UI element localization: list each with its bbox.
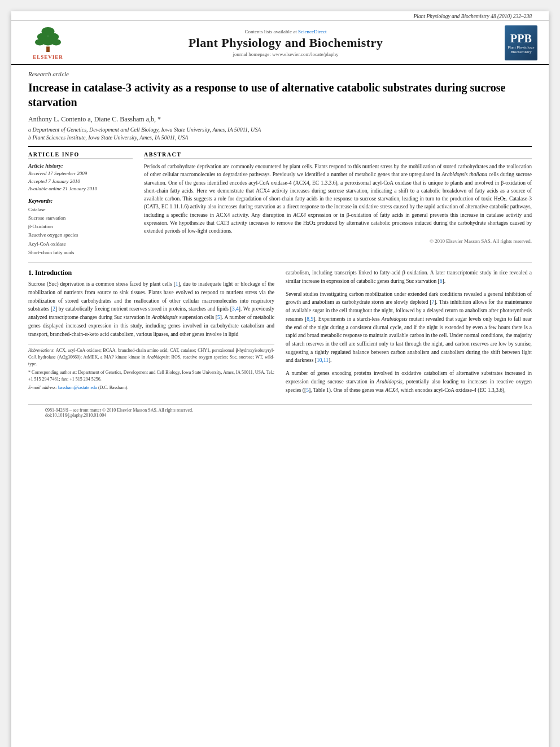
intro-section: 1. Introduction Sucrose (Suc) deprivatio… (28, 269, 532, 399)
corresponding-footnote: * Corresponding author at: Department of… (28, 369, 274, 383)
article-type: Research article (28, 71, 532, 77)
abstract-column: ABSTRACT Periods of carbohydrate depriva… (144, 151, 532, 257)
article-info-heading: ARTICLE INFO (28, 151, 133, 159)
footnotes-area: Abbreviations: ACX, acyl-CoA oxidase; BC… (28, 344, 274, 391)
affiliations: a Department of Genetics, Development an… (28, 126, 532, 142)
keyword-4: Reactive oxygen species (28, 231, 133, 239)
info-abstract-section: ARTICLE INFO Article history: Received 1… (28, 151, 532, 257)
journal-center: Contents lists available at ScienceDirec… (73, 29, 498, 57)
header-divider (28, 146, 532, 147)
affiliation-a: a Department of Genetics, Development an… (28, 126, 532, 134)
intro-right-text-1: catabolism, including transcripts linked… (286, 269, 532, 285)
abstract-text: Periods of carbohydrate deprivation are … (144, 163, 532, 235)
doi-text: doi:10.1016/j.plaphy.2010.01.004 (45, 413, 515, 418)
intro-left-text: Sucrose (Suc) deprivation is a common st… (28, 280, 274, 338)
keyword-2: Sucrose starvation (28, 214, 133, 222)
keyword-3: β-Oxidation (28, 222, 133, 231)
section-divider (28, 263, 532, 263)
issn-text: 0981-9428/$ – see front matter © 2010 El… (45, 408, 515, 413)
keywords-label: Keywords: (28, 198, 133, 204)
email-footnote: E-mail address: bassham@iastate.edu (D.C… (28, 385, 274, 391)
article-title: Increase in catalase-3 activity as a res… (28, 80, 532, 110)
intro-right-text-2: Several studies investigating carbon mob… (286, 290, 532, 365)
copyright: © 2010 Elsevier Masson SAS. All rights r… (144, 238, 532, 244)
journal-homepage: journal homepage: www.elsevier.com/locat… (73, 51, 498, 57)
abstract-heading: ABSTRACT (144, 151, 532, 159)
article-info-column: ARTICLE INFO Article history: Received 1… (28, 151, 133, 257)
svg-point-6 (51, 39, 61, 46)
journal-header: ELSEVIER Contents lists available at Sci… (11, 21, 549, 65)
ppb-logo: PPB Plant PhysiologyBiochemistry (498, 25, 537, 60)
intro-right-col: catabolism, including transcripts linked… (286, 269, 532, 399)
ppb-box: PPB Plant PhysiologyBiochemistry (505, 25, 537, 60)
affiliation-b: b Plant Sciences Institute, Iowa State U… (28, 134, 532, 142)
history-label: Article history: (28, 163, 133, 169)
authors: Anthony L. Contento a, Diane C. Bassham … (28, 115, 532, 124)
journal-title: Plant Physiology and Biochemistry (73, 36, 498, 50)
abbreviations-footnote: Abbreviations: ACX, acyl-CoA oxidase; BC… (28, 347, 274, 368)
bottom-bar: 0981-9428/$ – see front matter © 2010 El… (28, 404, 532, 421)
intro-right-text-3: A number of genes encoding proteins invo… (286, 369, 532, 394)
sciencedirect-link: Contents lists available at ScienceDirec… (73, 29, 498, 34)
keyword-1: Catalase (28, 206, 133, 214)
keywords-list: Catalase Sucrose starvation β-Oxidation … (28, 206, 133, 257)
journal-info-bar: Plant Physiology and Biochemistry 48 (20… (11, 11, 549, 21)
journal-citation: Plant Physiology and Biochemistry 48 (20… (414, 14, 532, 19)
svg-rect-7 (46, 46, 50, 52)
elsevier-logo: ELSEVIER (23, 26, 73, 60)
intro-left-col: 1. Introduction Sucrose (Suc) deprivatio… (28, 269, 274, 399)
keyword-6: Short-chain fatty acids (28, 248, 133, 257)
elsevier-brand-text: ELSEVIER (33, 54, 63, 60)
intro-title: 1. Introduction (28, 269, 274, 277)
received-date: Received 17 September 2009 Accepted 7 Ja… (28, 170, 133, 193)
elsevier-tree-icon (31, 26, 65, 53)
article-page: Plant Physiology and Biochemistry 48 (20… (11, 11, 549, 747)
keyword-5: Acyl-CoA oxidase (28, 240, 133, 248)
article-body: Research article Increase in catalase-3 … (11, 65, 549, 432)
